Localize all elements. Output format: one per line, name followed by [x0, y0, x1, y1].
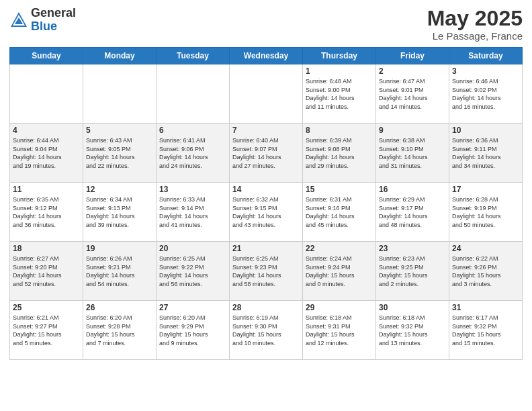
calendar-cell-w3-d7: 17Sunrise: 6:28 AM Sunset: 9:19 PM Dayli… [449, 183, 523, 242]
calendar-cell-w1-d1 [10, 64, 83, 124]
calendar-cell-w5-d1: 25Sunrise: 6:21 AM Sunset: 9:27 PM Dayli… [10, 301, 83, 360]
day-info: Sunrise: 6:33 AM Sunset: 9:14 PM Dayligh… [159, 195, 226, 229]
day-info: Sunrise: 6:20 AM Sunset: 9:28 PM Dayligh… [86, 314, 153, 347]
month-title: May 2025 [427, 7, 523, 30]
col-thursday: Thursday [303, 48, 376, 64]
day-number: 1 [306, 66, 373, 76]
day-number: 5 [86, 126, 153, 135]
day-info: Sunrise: 6:34 AM Sunset: 9:13 PM Dayligh… [86, 195, 153, 229]
location-subtitle: Le Passage, France [427, 30, 523, 42]
day-number: 8 [306, 126, 373, 135]
day-info: Sunrise: 6:41 AM Sunset: 9:06 PM Dayligh… [159, 136, 226, 170]
logo-blue-text: Blue [31, 20, 76, 34]
day-number: 30 [379, 303, 446, 312]
day-info: Sunrise: 6:25 AM Sunset: 9:23 PM Dayligh… [232, 255, 300, 288]
calendar-cell-w2-d7: 10Sunrise: 6:36 AM Sunset: 9:11 PM Dayli… [449, 124, 523, 183]
calendar-cell-w5-d7: 31Sunrise: 6:17 AM Sunset: 9:32 PM Dayli… [449, 301, 523, 360]
calendar-cell-w1-d6: 2Sunrise: 6:47 AM Sunset: 9:01 PM Daylig… [376, 64, 449, 124]
calendar-cell-w3-d3: 13Sunrise: 6:33 AM Sunset: 9:14 PM Dayli… [157, 183, 230, 242]
day-number: 25 [13, 303, 80, 312]
day-info: Sunrise: 6:27 AM Sunset: 9:20 PM Dayligh… [13, 255, 80, 288]
day-number: 13 [159, 185, 226, 194]
logo-icon [9, 11, 28, 30]
day-number: 28 [232, 303, 300, 312]
calendar-cell-w2-d6: 9Sunrise: 6:38 AM Sunset: 9:10 PM Daylig… [376, 124, 449, 183]
day-number: 17 [452, 185, 519, 194]
calendar-cell-w1-d4 [230, 64, 303, 124]
day-info: Sunrise: 6:36 AM Sunset: 9:11 PM Dayligh… [452, 136, 519, 170]
day-number: 14 [232, 185, 300, 194]
day-info: Sunrise: 6:46 AM Sunset: 9:02 PM Dayligh… [452, 77, 519, 111]
day-info: Sunrise: 6:28 AM Sunset: 9:19 PM Dayligh… [452, 195, 519, 229]
day-info: Sunrise: 6:24 AM Sunset: 9:24 PM Dayligh… [306, 255, 373, 288]
calendar-cell-w3-d1: 11Sunrise: 6:35 AM Sunset: 9:12 PM Dayli… [10, 183, 83, 242]
calendar-cell-w4-d5: 22Sunrise: 6:24 AM Sunset: 9:24 PM Dayli… [303, 242, 376, 301]
day-info: Sunrise: 6:32 AM Sunset: 9:15 PM Dayligh… [232, 195, 300, 229]
day-number: 11 [13, 185, 80, 194]
calendar-cell-w4-d6: 23Sunrise: 6:23 AM Sunset: 9:25 PM Dayli… [376, 242, 449, 301]
day-info: Sunrise: 6:20 AM Sunset: 9:29 PM Dayligh… [159, 314, 226, 347]
calendar-cell-w5-d6: 30Sunrise: 6:18 AM Sunset: 9:32 PM Dayli… [376, 301, 449, 360]
calendar-cell-w3-d5: 15Sunrise: 6:31 AM Sunset: 9:16 PM Dayli… [303, 183, 376, 242]
calendar-cell-w1-d2 [83, 64, 157, 124]
day-info: Sunrise: 6:19 AM Sunset: 9:30 PM Dayligh… [232, 314, 300, 347]
day-number: 29 [306, 303, 373, 312]
calendar-cell-w3-d4: 14Sunrise: 6:32 AM Sunset: 9:15 PM Dayli… [230, 183, 303, 242]
day-info: Sunrise: 6:17 AM Sunset: 9:32 PM Dayligh… [452, 314, 519, 347]
day-number: 4 [13, 126, 80, 135]
calendar-header-row: Sunday Monday Tuesday Wednesday Thursday… [10, 48, 523, 64]
day-number: 6 [159, 126, 226, 135]
day-number: 21 [232, 244, 300, 253]
day-number: 7 [232, 126, 300, 135]
calendar-cell-w3-d6: 16Sunrise: 6:29 AM Sunset: 9:17 PM Dayli… [376, 183, 449, 242]
calendar-cell-w5-d3: 27Sunrise: 6:20 AM Sunset: 9:29 PM Dayli… [157, 301, 230, 360]
calendar-cell-w5-d5: 29Sunrise: 6:18 AM Sunset: 9:31 PM Dayli… [303, 301, 376, 360]
day-info: Sunrise: 6:48 AM Sunset: 9:00 PM Dayligh… [306, 77, 373, 111]
col-sunday: Sunday [10, 48, 83, 64]
calendar-cell-w3-d2: 12Sunrise: 6:34 AM Sunset: 9:13 PM Dayli… [83, 183, 157, 242]
day-number: 10 [452, 126, 519, 135]
day-number: 27 [159, 303, 226, 312]
calendar-cell-w4-d4: 21Sunrise: 6:25 AM Sunset: 9:23 PM Dayli… [230, 242, 303, 301]
day-number: 22 [306, 244, 373, 253]
day-info: Sunrise: 6:18 AM Sunset: 9:31 PM Dayligh… [306, 314, 373, 347]
day-info: Sunrise: 6:38 AM Sunset: 9:10 PM Dayligh… [379, 136, 446, 170]
calendar-week-2: 4Sunrise: 6:44 AM Sunset: 9:04 PM Daylig… [10, 124, 523, 183]
calendar-week-4: 18Sunrise: 6:27 AM Sunset: 9:20 PM Dayli… [10, 242, 523, 301]
day-info: Sunrise: 6:21 AM Sunset: 9:27 PM Dayligh… [13, 314, 80, 347]
day-info: Sunrise: 6:44 AM Sunset: 9:04 PM Dayligh… [13, 136, 80, 170]
calendar-cell-w2-d5: 8Sunrise: 6:39 AM Sunset: 9:08 PM Daylig… [303, 124, 376, 183]
calendar-week-1: 1Sunrise: 6:48 AM Sunset: 9:00 PM Daylig… [10, 64, 523, 124]
day-number: 9 [379, 126, 446, 135]
day-info: Sunrise: 6:18 AM Sunset: 9:32 PM Dayligh… [379, 314, 446, 347]
title-block: May 2025 Le Passage, France [427, 7, 523, 42]
col-tuesday: Tuesday [157, 48, 230, 64]
calendar-table: Sunday Monday Tuesday Wednesday Thursday… [9, 47, 523, 360]
day-info: Sunrise: 6:47 AM Sunset: 9:01 PM Dayligh… [379, 77, 446, 111]
calendar-week-5: 25Sunrise: 6:21 AM Sunset: 9:27 PM Dayli… [10, 301, 523, 360]
calendar-cell-w1-d5: 1Sunrise: 6:48 AM Sunset: 9:00 PM Daylig… [303, 64, 376, 124]
day-info: Sunrise: 6:35 AM Sunset: 9:12 PM Dayligh… [13, 195, 80, 229]
calendar-cell-w4-d3: 20Sunrise: 6:25 AM Sunset: 9:22 PM Dayli… [157, 242, 230, 301]
calendar-cell-w5-d2: 26Sunrise: 6:20 AM Sunset: 9:28 PM Dayli… [83, 301, 157, 360]
day-number: 23 [379, 244, 446, 253]
calendar-cell-w4-d1: 18Sunrise: 6:27 AM Sunset: 9:20 PM Dayli… [10, 242, 83, 301]
calendar-cell-w1-d7: 3Sunrise: 6:46 AM Sunset: 9:02 PM Daylig… [449, 64, 523, 124]
logo-text: General Blue [31, 7, 76, 34]
day-number: 3 [452, 66, 519, 76]
day-info: Sunrise: 6:31 AM Sunset: 9:16 PM Dayligh… [306, 195, 373, 229]
col-monday: Monday [83, 48, 157, 64]
day-info: Sunrise: 6:25 AM Sunset: 9:22 PM Dayligh… [159, 255, 226, 288]
calendar-cell-w2-d3: 6Sunrise: 6:41 AM Sunset: 9:06 PM Daylig… [157, 124, 230, 183]
header: General Blue May 2025 Le Passage, France [9, 7, 523, 42]
calendar-cell-w4-d2: 19Sunrise: 6:26 AM Sunset: 9:21 PM Dayli… [83, 242, 157, 301]
calendar-week-3: 11Sunrise: 6:35 AM Sunset: 9:12 PM Dayli… [10, 183, 523, 242]
calendar-cell-w5-d4: 28Sunrise: 6:19 AM Sunset: 9:30 PM Dayli… [230, 301, 303, 360]
day-number: 18 [13, 244, 80, 253]
page: General Blue May 2025 Le Passage, France… [0, 0, 532, 411]
day-info: Sunrise: 6:43 AM Sunset: 9:05 PM Dayligh… [86, 136, 153, 170]
day-number: 24 [452, 244, 519, 253]
day-number: 15 [306, 185, 373, 194]
logo-general-text: General [31, 7, 76, 20]
day-number: 20 [159, 244, 226, 253]
